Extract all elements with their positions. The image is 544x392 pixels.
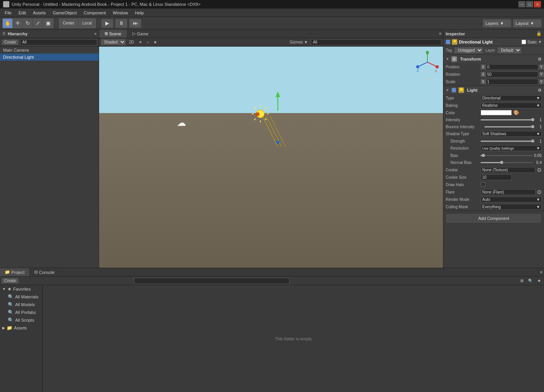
tree-item-assets[interactable]: ▶ 📁 Assets — [0, 324, 42, 332]
minimize-button[interactable]: ─ — [518, 1, 525, 7]
cookie-circle-icon[interactable]: ⊙ — [537, 167, 542, 173]
strength-thumb[interactable] — [531, 139, 534, 143]
project-icon-view[interactable]: ⊞ — [519, 278, 525, 283]
object-name[interactable]: Directional Light — [459, 40, 493, 44]
intensity-thumb[interactable] — [531, 118, 534, 121]
hand-tool[interactable]: ✋ — [3, 19, 13, 28]
hierarchy-menu-icon[interactable]: ≡ — [94, 32, 96, 36]
menu-window[interactable]: Window — [110, 10, 131, 16]
center-button[interactable]: Center — [59, 19, 78, 28]
close-button[interactable]: ✕ — [534, 1, 541, 7]
move-tool[interactable]: ✛ — [13, 19, 23, 28]
bias-thumb[interactable] — [482, 154, 485, 157]
normal-bias-slider[interactable]: 0.4 — [481, 160, 542, 165]
color-picker-icon[interactable]: 🎨 — [513, 110, 519, 115]
project-star-btn[interactable]: ★ — [536, 278, 542, 283]
menu-help[interactable]: Help — [132, 10, 147, 16]
render-mode-dropdown[interactable]: Auto ▼ — [481, 197, 542, 202]
cookie-size-input[interactable] — [481, 174, 512, 180]
hierarchy-item-main-camera[interactable]: Main Camera — [0, 47, 99, 54]
layers-dropdown[interactable]: Layers ▼ — [483, 19, 511, 28]
tag-dropdown[interactable]: Untagged — [454, 47, 483, 54]
draw-halo-checkbox[interactable] — [481, 182, 485, 187]
step-button[interactable]: ⏭ — [129, 19, 141, 28]
intensity-slider[interactable]: 1 — [481, 118, 542, 122]
titlebar-controls[interactable]: ─ □ ✕ — [518, 1, 541, 7]
light-enable-checkbox[interactable] — [452, 88, 456, 92]
tab-scene[interactable]: ⊞ Scene — [99, 30, 127, 38]
scene-lighting-button[interactable]: ☀ — [137, 40, 144, 45]
scene-audio-button[interactable]: ♪ — [145, 40, 150, 45]
hierarchy-item-directional-light[interactable]: Directional Light — [0, 54, 99, 61]
resolution-value: Use Quality Settings — [482, 146, 514, 150]
tab-console[interactable]: ⊟ Console — [30, 268, 59, 276]
light-section-header[interactable]: ▼ 💡 Light ⚙ — [443, 86, 544, 94]
scene-view[interactable]: ☁ X Y — [99, 47, 443, 268]
tree-item-all-prefabs[interactable]: 🔍 All Prefabs — [0, 308, 42, 316]
gizmos-button[interactable]: Gizmos ▼ — [288, 40, 310, 45]
culling-mask-value: Everything — [482, 205, 500, 209]
layer-dropdown[interactable]: Default — [497, 47, 521, 54]
transform-settings-icon[interactable]: ⚙ — [538, 57, 542, 62]
assets-expand-icon: ▶ — [2, 326, 5, 330]
tree-item-all-scripts[interactable]: 🔍 All Scripts — [0, 316, 42, 324]
project-create-button[interactable]: Create — [2, 278, 19, 284]
tree-item-favorites[interactable]: ▼ ★ Favorites — [0, 285, 42, 293]
tab-project[interactable]: 📁 Project — [0, 268, 30, 276]
bottom-panel-menu[interactable]: ≡ — [540, 270, 542, 274]
local-button[interactable]: Local — [78, 19, 96, 28]
rotate-tool[interactable]: ↻ — [23, 19, 33, 28]
tab-game[interactable]: ▷ Game — [127, 30, 154, 38]
light-type-dropdown[interactable]: Directional ▼ — [481, 95, 542, 101]
light-settings-icon[interactable]: ⚙ — [538, 88, 542, 93]
menu-file[interactable]: File — [2, 10, 15, 16]
cookie-dropdown[interactable]: None (Texture) — [481, 167, 535, 173]
tree-item-all-models[interactable]: 🔍 All Models — [0, 301, 42, 308]
static-checkbox[interactable] — [521, 40, 526, 44]
rot-y-label: Y — [539, 72, 544, 77]
scale-x-input[interactable] — [486, 79, 538, 85]
resolution-dropdown[interactable]: Use Quality Settings ▼ — [481, 145, 542, 151]
bounce-thumb[interactable] — [531, 125, 534, 128]
separator-1 — [56, 19, 56, 27]
menu-gameobject[interactable]: GameObject — [50, 10, 80, 16]
pause-button[interactable]: ⏸ — [115, 19, 127, 28]
menu-edit[interactable]: Edit — [16, 10, 29, 16]
hierarchy-search-input[interactable] — [20, 39, 97, 45]
baking-dropdown[interactable]: Realtime ▼ — [481, 103, 542, 108]
tree-item-all-materials[interactable]: 🔍 All Materials — [0, 293, 42, 301]
green-arrow — [272, 89, 284, 113]
shading-dropdown[interactable]: Shaded — [101, 39, 126, 45]
project-search-input[interactable] — [134, 278, 289, 284]
bias-slider[interactable]: 0.05 — [481, 153, 542, 158]
static-dropdown-icon[interactable]: ▼ — [538, 40, 542, 44]
scale-tool[interactable]: ⤢ — [33, 19, 43, 28]
bounce-slider[interactable]: 1 — [485, 125, 542, 129]
pos-x-input[interactable] — [486, 64, 538, 70]
project-search-btn[interactable]: 🔍 — [527, 278, 534, 283]
rect-tool[interactable]: ▣ — [43, 19, 53, 28]
scene-search-input[interactable] — [311, 39, 441, 45]
transform-section-header[interactable]: ▼ ⊕ Transform ⚙ — [443, 55, 544, 63]
color-swatch[interactable] — [481, 110, 512, 115]
lock-icon[interactable]: 🔒 — [536, 31, 542, 36]
menu-component[interactable]: Component — [80, 10, 109, 16]
shadow-type-dropdown[interactable]: Soft Shadows ▼ — [481, 131, 542, 137]
menu-assets[interactable]: Assets — [30, 10, 49, 16]
layout-dropdown[interactable]: Layout ▼ — [513, 19, 542, 28]
flare-dropdown[interactable]: None (Flare) — [481, 189, 535, 195]
flare-circle-icon[interactable]: ⊙ — [537, 189, 542, 195]
scene-fx-button[interactable]: ★ — [152, 40, 159, 45]
culling-mask-dropdown[interactable]: Everything ▼ — [481, 204, 542, 210]
2d-button[interactable]: 2D — [127, 40, 136, 45]
rot-x-input[interactable] — [486, 71, 538, 77]
object-active-checkbox[interactable] — [446, 40, 450, 44]
hierarchy-create-button[interactable]: Create — [2, 39, 19, 45]
shadow-type-value: Soft Shadows — [482, 132, 506, 136]
add-component-button[interactable]: Add Component — [446, 214, 541, 223]
scene-panel-menu[interactable]: ≡ — [439, 31, 441, 36]
play-button[interactable]: ▶ — [101, 19, 113, 28]
maximize-button[interactable]: □ — [526, 1, 533, 7]
normal-bias-thumb[interactable] — [500, 161, 503, 164]
strength-slider[interactable]: 1 — [481, 139, 542, 143]
